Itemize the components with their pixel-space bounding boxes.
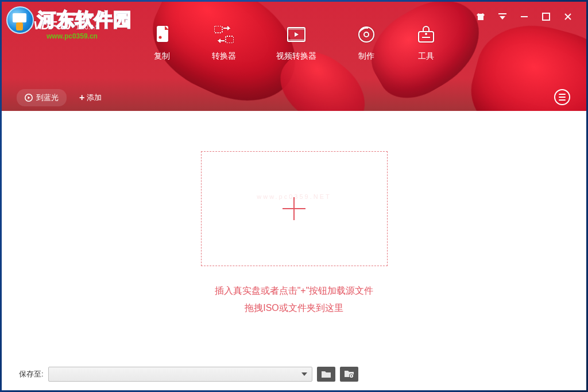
sub-toolbar: 到蓝光 + 添加 <box>2 84 586 111</box>
svg-rect-6 <box>226 36 234 43</box>
tab-video-convert[interactable]: 视频转换器 <box>276 25 316 62</box>
list-menu-button[interactable] <box>554 89 570 105</box>
svg-rect-14 <box>422 37 430 38</box>
save-path-dropdown[interactable] <box>48 367 312 382</box>
video-convert-icon <box>287 25 306 44</box>
tab-label: 工具 <box>418 51 434 62</box>
svg-rect-8 <box>288 28 305 30</box>
svg-point-13 <box>425 33 427 35</box>
tab-label: 视频转换器 <box>276 51 316 62</box>
folder-icon <box>321 370 331 378</box>
svg-point-11 <box>364 32 369 37</box>
dropzone[interactable]: www.pc0359.NET <box>201 151 388 266</box>
add-label: 添加 <box>87 93 102 103</box>
main-area: www.pc0359.NET 插入真实盘或者点击"+"按钮加载源文件 拖拽ISO… <box>2 111 586 360</box>
save-to-label: 保存至: <box>19 369 44 379</box>
copy-icon <box>152 25 172 44</box>
svg-rect-5 <box>214 26 222 33</box>
folder-disc-icon <box>344 370 354 379</box>
hint-line-1: 插入真实盘或者点击"+"按钮加载源文件 <box>215 282 374 299</box>
tab-copy[interactable]: 复制 <box>152 25 172 62</box>
mode-label: 到蓝光 <box>36 93 59 103</box>
mode-selector[interactable]: 到蓝光 <box>17 89 67 106</box>
desktop-background: 河东软件园 www.pc0359.cn DVDFab 10.0.3.9 <box>0 0 588 392</box>
save-iso-button[interactable] <box>340 367 358 382</box>
tab-label: 制作 <box>358 51 374 62</box>
watermark-badge-icon <box>6 6 34 34</box>
add-button[interactable]: + 添加 <box>79 93 102 103</box>
dropdown-icon[interactable] <box>498 12 507 21</box>
tools-icon <box>416 25 436 44</box>
close-icon[interactable] <box>563 12 572 21</box>
plus-icon: + <box>79 93 84 103</box>
maximize-icon[interactable] <box>541 12 551 21</box>
play-circle-icon <box>25 94 33 102</box>
tab-label: 转换器 <box>212 51 236 62</box>
footer-bar: 保存至: <box>2 360 586 390</box>
tab-label: 复制 <box>154 51 170 62</box>
watermark-url: www.pc0359.cn <box>47 32 98 40</box>
convert-icon <box>214 25 234 44</box>
tab-convert[interactable]: 转换器 <box>212 25 236 62</box>
app-window: 河东软件园 www.pc0359.cn DVDFab 10.0.3.9 <box>2 2 586 390</box>
tab-tools[interactable]: 工具 <box>416 25 436 62</box>
window-controls <box>476 12 572 21</box>
skin-icon[interactable] <box>476 12 485 21</box>
app-header: 河东软件园 www.pc0359.cn DVDFab 10.0.3.9 <box>2 2 586 111</box>
svg-point-10 <box>359 27 374 42</box>
hint-line-2: 拖拽ISO或文件夹到这里 <box>215 299 374 317</box>
svg-point-4 <box>159 36 162 39</box>
browse-folder-button[interactable] <box>317 367 335 382</box>
svg-point-18 <box>351 375 352 376</box>
chevron-down-icon <box>301 372 307 376</box>
author-icon <box>357 25 376 44</box>
svg-rect-9 <box>288 39 305 41</box>
svg-rect-0 <box>498 13 506 14</box>
site-watermark: 河东软件园 www.pc0359.cn <box>6 6 132 34</box>
watermark-text: 河东软件园 <box>37 7 132 33</box>
tab-author[interactable]: 制作 <box>357 25 376 62</box>
svg-rect-2 <box>543 13 550 20</box>
svg-rect-1 <box>521 16 528 17</box>
dropzone-hint: 插入真实盘或者点击"+"按钮加载源文件 拖拽ISO或文件夹到这里 <box>215 282 374 317</box>
minimize-icon[interactable] <box>520 12 529 21</box>
